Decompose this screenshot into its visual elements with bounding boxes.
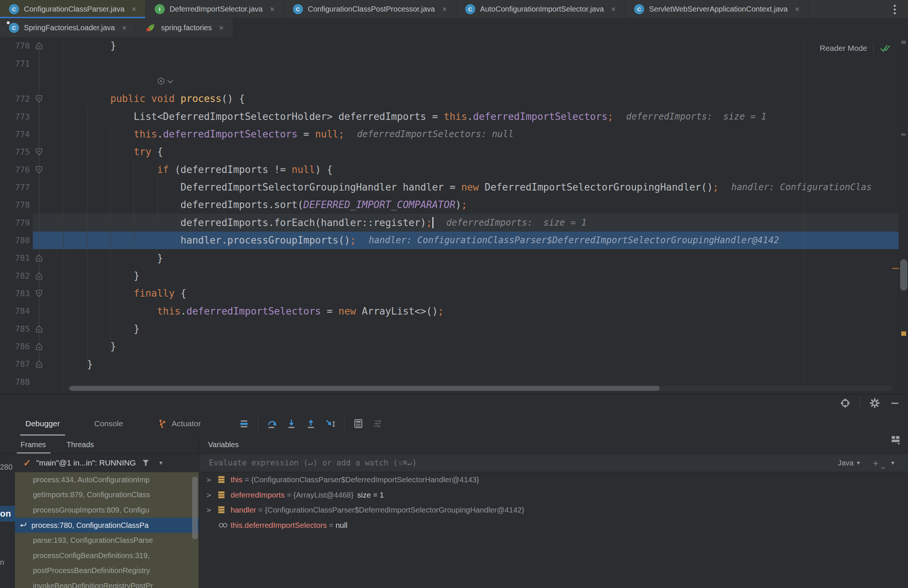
frame-item[interactable]: process:780, ConfigurationClassPa [15, 518, 199, 533]
tab-console[interactable]: Console [90, 412, 127, 435]
gutter: 786 [0, 338, 64, 355]
tab-threads[interactable]: Threads [66, 435, 94, 453]
fold-marker-icon[interactable] [35, 325, 43, 333]
fold-marker-icon[interactable] [35, 95, 43, 103]
code-editor[interactable]: 770 }771772 public void process() {773 L… [0, 37, 908, 394]
frames-list[interactable]: process:434, AutoConfigurationImpgetImpo… [15, 472, 199, 588]
fold-marker-icon[interactable] [35, 166, 43, 174]
close-icon[interactable]: × [270, 5, 275, 13]
editor-line: 786 } [0, 338, 908, 355]
vertical-scrollbar-thumb[interactable] [900, 259, 907, 291]
fold-column [30, 272, 48, 280]
gutter: 787 [0, 355, 64, 373]
evaluate-expression-icon[interactable] [353, 418, 364, 429]
language-selector[interactable]: Java▼ [838, 459, 861, 468]
horizontal-scrollbar-thumb[interactable] [69, 386, 660, 391]
line-number: 775 [0, 147, 30, 156]
settings-gear-icon[interactable] [869, 397, 881, 409]
frame-item[interactable]: processConfigBeanDefinitions:319, [15, 548, 199, 563]
thread-status-check-icon: ✓ [23, 458, 31, 469]
editor-tab[interactable]: IDeferredImportSelector.java× [146, 0, 284, 18]
tab-label: spring.factories [161, 24, 212, 32]
editor-tab[interactable]: CConfigurationClassParser.java× [0, 0, 146, 18]
editor-tab[interactable]: CSpringFactoriesLoader.java× [0, 19, 136, 37]
editor-tab[interactable]: CConfigurationClassPostProcessor.java× [284, 0, 456, 18]
frame-item[interactable]: processGroupImports:809, Configu [15, 503, 199, 518]
evaluate-expression-bar[interactable]: Evaluate expression (↵) or add a watch (… [199, 453, 908, 472]
variable-value: null [336, 521, 348, 530]
close-icon[interactable]: × [795, 5, 800, 13]
horizontal-scrollbar[interactable] [67, 386, 893, 391]
filter-funnel-icon[interactable] [141, 458, 150, 468]
code-text: public void process() { [64, 93, 245, 104]
variable-row[interactable]: this.deferredImportSelectors = null [199, 518, 908, 533]
class-icon: C [634, 4, 644, 14]
line-number: 771 [0, 59, 30, 68]
run-to-cursor-icon[interactable] [325, 418, 336, 429]
fold-marker-icon[interactable] [35, 289, 43, 297]
thread-dropdown-icon[interactable]: ▼ [158, 460, 164, 466]
settings-sliders-icon[interactable] [372, 418, 383, 429]
editor-tab[interactable]: CServletWebServerApplicationContext.java… [625, 0, 809, 18]
value-icon [218, 476, 230, 484]
tab-frames[interactable]: Frames [21, 435, 46, 453]
fold-marker-icon[interactable] [35, 42, 43, 50]
expand-chevron-icon[interactable]: > [207, 505, 218, 514]
fold-marker-icon[interactable] [35, 148, 43, 156]
frame-item[interactable]: invokeBeanDefinitionRegistryPostPr [15, 578, 199, 588]
close-icon[interactable]: × [611, 5, 616, 13]
editor-tab[interactable]: spring.factories× [136, 19, 233, 37]
variable-value: {ConfigurationClassParser$DeferredImport… [265, 505, 524, 514]
evaluate-dropdown-icon[interactable]: ▼ [890, 460, 895, 466]
error-stripe[interactable] [899, 37, 908, 394]
reader-mode-label[interactable]: Reader Mode [820, 44, 867, 53]
code-line-content: handler.processGroupImports();handler: C… [64, 235, 779, 246]
fold-column [30, 342, 48, 350]
target-icon[interactable] [840, 397, 851, 409]
code-line-content: } [64, 270, 140, 281]
variable-row[interactable]: >this = {ConfigurationClassParser$Deferr… [199, 472, 908, 487]
editor-line: 770 } [0, 37, 908, 55]
frame-item[interactable]: process:434, AutoConfigurationImp [15, 472, 199, 487]
code-line-content: List<DeferredImportSelectorHolder> defer… [64, 111, 766, 122]
step-out-icon[interactable] [305, 418, 317, 429]
tab-debugger[interactable]: Debugger [22, 412, 64, 435]
step-over-icon[interactable] [266, 418, 278, 429]
close-icon[interactable]: × [122, 24, 127, 32]
fold-marker-icon[interactable] [35, 254, 43, 262]
expand-chevron-icon[interactable]: > [207, 475, 218, 484]
frame-item[interactable]: getImports:879, ConfigurationClass [15, 487, 199, 503]
fold-column [30, 148, 48, 156]
fold-marker-icon[interactable] [35, 342, 43, 350]
thread-selector[interactable]: ✓ "main"@1 in...in": RUNNING ▼ [15, 453, 199, 472]
frame-item[interactable]: postProcessBeanDefinitionRegistry [15, 563, 199, 579]
codevision-inlay-icon[interactable] [157, 77, 172, 85]
editor-tab[interactable]: CAutoConfigurationImportSelector.java× [456, 0, 625, 18]
class-icon: C [9, 4, 19, 14]
equals-sign: = [256, 505, 264, 514]
tab-label: ServletWebServerApplicationContext.java [649, 5, 788, 13]
expand-chevron-icon[interactable]: > [207, 490, 218, 500]
inspections-ok-icon[interactable] [880, 43, 892, 53]
fold-marker-icon[interactable] [35, 360, 43, 368]
tab-actuator[interactable]: Actuator [154, 412, 204, 435]
tab-label: DeferredImportSelector.java [170, 5, 263, 13]
close-icon[interactable]: × [442, 5, 447, 13]
fold-marker-icon[interactable] [35, 272, 43, 280]
frame-item[interactable]: parse:193, ConfigurationClassParse [15, 533, 199, 548]
toolbar-separator [344, 417, 345, 430]
show-execution-point-icon[interactable] [238, 418, 250, 429]
class-icon: C [465, 4, 475, 14]
add-watch-icon[interactable]: ＋∞ [871, 456, 881, 469]
variable-row[interactable]: >handler = {ConfigurationClassParser$Def… [199, 503, 908, 518]
hide-minimize-icon[interactable] [889, 397, 900, 409]
step-into-icon[interactable] [286, 418, 297, 429]
actuator-icon [157, 419, 167, 429]
frames-scrollbar-thumb[interactable] [192, 477, 198, 540]
tab-options-kebab-icon[interactable] [889, 4, 900, 15]
watch-icon [218, 522, 230, 529]
variable-row[interactable]: >deferredImports = {ArrayList@4468}size … [199, 487, 908, 503]
close-icon[interactable]: × [219, 24, 224, 32]
variables-list[interactable]: >this = {ConfigurationClassParser$Deferr… [199, 472, 908, 588]
close-icon[interactable]: × [132, 5, 136, 13]
